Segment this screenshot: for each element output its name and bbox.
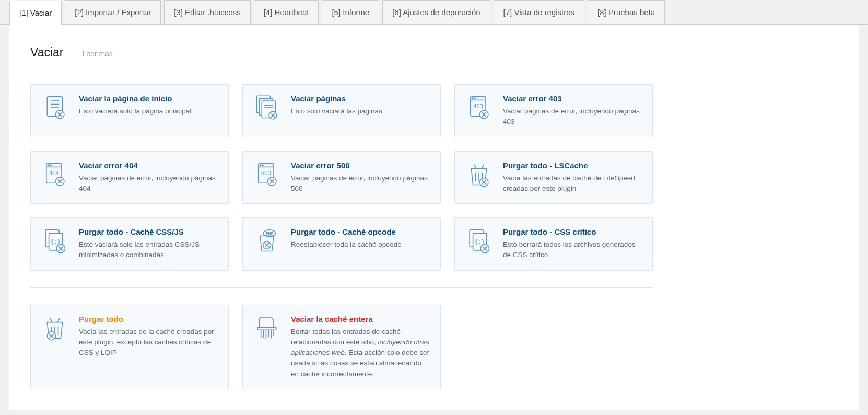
- svg-point-26: [50, 165, 51, 166]
- svg-point-18: [474, 98, 475, 99]
- card-vaciar-error-404[interactable]: 404 Vaciar error 404 Vaciar páginas de e…: [30, 151, 229, 204]
- card-vaciar-paginas[interactable]: Vaciar páginas Esto solo vaciará las pág…: [242, 84, 441, 137]
- svg-text:403: 403: [473, 103, 483, 109]
- svg-point-34: [262, 165, 263, 166]
- card-title: Vaciar la página de inicio: [79, 94, 218, 103]
- card-title: Purgar todo - Caché CSS/JS: [79, 227, 218, 236]
- documents-x-icon: [253, 94, 280, 128]
- document-403-icon: 403: [465, 94, 492, 128]
- card-purgar-css-critico[interactable]: {:} Purgar todo - CSS crítico Esto borra…: [454, 217, 653, 271]
- svg-text:PHP: PHP: [266, 232, 273, 235]
- tab-importar-exportar[interactable]: [2] Importar / Exportar: [65, 0, 161, 24]
- svg-rect-68: [257, 327, 276, 330]
- svg-text:404: 404: [49, 169, 59, 176]
- tab-vaciar[interactable]: [1] Vaciar: [9, 1, 62, 25]
- card-title: Vaciar error 500: [291, 161, 430, 170]
- card-title: Vaciar error 404: [79, 161, 218, 170]
- cards-grid: Vaciar la página de inicio Esto vaciará …: [30, 84, 838, 389]
- card-purgar-opcode[interactable]: PHP Purgar todo - Caché opcode Reestable…: [242, 217, 441, 271]
- card-desc: Esto vaciará solo las entradas CSS/JS mi…: [79, 239, 218, 261]
- tab-vista-registros[interactable]: [7] Vista de registros: [494, 0, 584, 24]
- read-more-link[interactable]: Leer más: [83, 50, 113, 58]
- card-title: Vaciar la caché entera: [291, 315, 430, 324]
- tab-editar-htaccess[interactable]: [3] Editar .htaccess: [164, 0, 251, 24]
- card-purgar-cssjs[interactable]: {:} Purgar todo - Caché CSS/JS Esto vaci…: [30, 217, 229, 271]
- section-header: Vaciar Leer más: [30, 45, 145, 65]
- card-desc: Esto borrará todos los archivos generado…: [503, 239, 642, 261]
- card-purgar-lscache[interactable]: Purgar todo - LSCache Vacía las entradas…: [454, 151, 653, 204]
- svg-point-33: [260, 165, 261, 166]
- bin-x-icon: [41, 315, 68, 379]
- svg-text:500: 500: [261, 169, 271, 176]
- svg-text:{:}: {:}: [51, 238, 61, 245]
- card-vaciar-error-403[interactable]: 403 Vaciar error 403 Vaciar páginas de e…: [454, 84, 653, 137]
- tab-informe[interactable]: [5] Informe: [322, 0, 379, 24]
- card-vaciar-cache-entera[interactable]: Vaciar la caché entera Borrar todas las …: [242, 305, 441, 389]
- card-desc: Vaciar páginas de error, incluyendo pági…: [503, 106, 642, 128]
- card-desc: Esto solo vaciará las páginas: [291, 106, 430, 117]
- card-title: Vaciar páginas: [291, 94, 430, 103]
- card-desc: Vaciar páginas de error, incluyendo pági…: [291, 173, 430, 194]
- card-desc: Vaciar páginas de error, incluyendo pági…: [79, 173, 218, 194]
- card-desc: Vacía las entradas de caché de LiteSpeed…: [503, 173, 642, 194]
- document-500-icon: 500: [253, 161, 280, 194]
- card-vaciar-error-500[interactable]: 500 Vaciar error 500 Vaciar páginas de e…: [242, 151, 441, 204]
- tab-pruebas-beta[interactable]: [8] Pruebas beta: [588, 0, 665, 24]
- divider: [30, 287, 653, 288]
- card-desc: Reestablecer toda la caché opcode: [291, 239, 430, 250]
- card-purgar-todo[interactable]: Purgar todo Vacía las entradas de la cac…: [30, 305, 229, 389]
- card-desc: Vacía las entradas de la caché creadas p…: [79, 327, 218, 359]
- svg-text:{:}: {:}: [475, 238, 485, 245]
- documents-code-icon: {:}: [465, 227, 492, 261]
- document-404-icon: 404: [41, 161, 68, 194]
- shredder-icon: [253, 315, 280, 379]
- tab-bar: [1] Vaciar [2] Importar / Exportar [3] E…: [0, 0, 868, 25]
- card-title: Vaciar error 403: [503, 94, 642, 103]
- content-panel: Vaciar Leer más Vaciar la página de inic…: [9, 25, 859, 410]
- card-title: Purgar todo - Caché opcode: [291, 227, 430, 236]
- bin-php-icon: PHP: [253, 227, 280, 261]
- card-desc: Borrar todas las entradas de caché relac…: [291, 327, 430, 379]
- svg-point-25: [48, 165, 49, 166]
- svg-point-17: [472, 98, 473, 99]
- documents-code-icon: {:}: [41, 227, 68, 261]
- section-title: Vaciar: [30, 45, 64, 60]
- card-title: Purgar todo: [79, 315, 218, 324]
- tab-heartbeat[interactable]: [4] Heartbeat: [254, 0, 319, 24]
- card-title: Purgar todo - LSCache: [503, 161, 642, 170]
- document-x-icon: [41, 94, 68, 128]
- card-vaciar-inicio[interactable]: Vaciar la página de inicio Esto vaciará …: [30, 84, 229, 137]
- tab-ajustes-depuracion[interactable]: [6] Ajustes de depuración: [382, 0, 490, 24]
- bin-lscache-icon: [465, 161, 492, 194]
- card-desc: Esto vaciará solo la página principal: [79, 106, 218, 117]
- card-title: Purgar todo - CSS crítico: [503, 227, 642, 236]
